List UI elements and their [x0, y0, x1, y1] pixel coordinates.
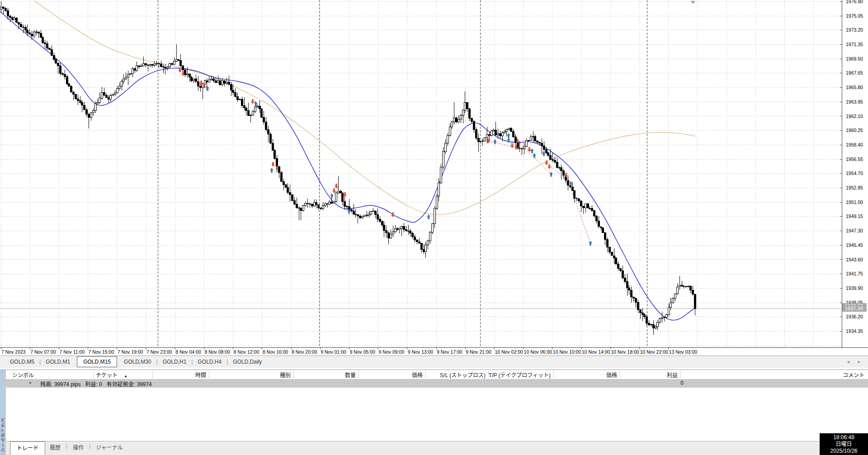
svg-text:1971.35: 1971.35	[846, 42, 863, 47]
svg-text:1956.55: 1956.55	[846, 156, 863, 162]
sell-arrow-icon	[343, 192, 347, 197]
svg-text:7 Nov 15:00: 7 Nov 15:00	[89, 349, 114, 355]
svg-text:1934.35: 1934.35	[846, 328, 863, 334]
svg-text:7 Nov 19:00: 7 Nov 19:00	[118, 349, 143, 355]
sell-arrow-icon	[510, 143, 514, 148]
svg-text:8 Nov 12:00: 8 Nov 12:00	[234, 349, 259, 355]
svg-text:1967.65: 1967.65	[846, 70, 863, 76]
column-divider[interactable]	[680, 370, 681, 378]
svg-text:8 Nov 16:00: 8 Nov 16:00	[263, 349, 288, 355]
chart-tab-gold-m1[interactable]: GOLD,M1	[41, 358, 75, 366]
tab-scroll-right-icon[interactable]: ►	[857, 360, 861, 364]
buy-arrow-icon	[589, 241, 592, 246]
svg-text:1945.45: 1945.45	[846, 242, 863, 248]
toolbox-tab-2[interactable]: 操作	[68, 441, 88, 453]
svg-text:9 Nov 21:00: 9 Nov 21:00	[466, 349, 491, 355]
buy-arrow-icon	[330, 194, 334, 199]
svg-text:9 Nov 17:00: 9 Nov 17:00	[437, 349, 462, 355]
buy-arrow-icon	[507, 133, 510, 138]
sell-arrow-icon	[251, 99, 255, 104]
balance-profit-value: 0	[630, 380, 684, 386]
buy-arrow-icon	[493, 139, 497, 144]
balance-bullet-icon: •	[29, 380, 31, 385]
svg-text:10 Nov 18:00: 10 Nov 18:00	[611, 349, 639, 355]
svg-text:1952.85: 1952.85	[846, 185, 863, 190]
buy-arrow-icon	[206, 86, 209, 91]
toolbox-tab-0[interactable]: トレード	[10, 441, 45, 455]
tab-scroll-left-icon[interactable]: ◄	[846, 360, 850, 364]
svg-text:10 Nov 14:00: 10 Nov 14:00	[582, 349, 610, 355]
toolbox-tab-1[interactable]: 履歴	[45, 441, 65, 453]
trade-list-area[interactable]	[6, 388, 868, 441]
toolbox-tab-3[interactable]: ジャーナル	[91, 441, 127, 453]
trade-history-lines	[180, 70, 590, 243]
svg-text:7 Nov 11:00: 7 Nov 11:00	[59, 349, 85, 355]
chart-tab-gold-h1[interactable]: GOLD,H1	[158, 358, 191, 366]
svg-text:10 Nov 06:00: 10 Nov 06:00	[524, 349, 552, 355]
column-header-jp[interactable]: 価格	[350, 371, 423, 379]
svg-text:8 Nov 08:00: 8 Nov 08:00	[204, 349, 230, 355]
svg-text:1951.00: 1951.00	[846, 199, 863, 205]
svg-text:8 Nov 20:00: 8 Nov 20:00	[292, 349, 317, 355]
column-divider[interactable]	[209, 370, 209, 378]
toolbox-side-strip: ツールボックス	[0, 370, 6, 455]
column-header-SL[interactable]: S/L (ストップロス)	[413, 371, 486, 379]
chart-tab-gold-m30[interactable]: GOLD,M30	[119, 358, 156, 366]
column-header-jp[interactable]: 時間	[134, 371, 206, 379]
svg-text:1943.60: 1943.60	[846, 257, 863, 262]
status-clock: 18:06:48 日曜日 2025/10/26	[820, 433, 868, 455]
svg-text:1969.50: 1969.50	[846, 56, 863, 62]
column-header-jp[interactable]: 種別	[218, 371, 291, 379]
svg-text:7 Nov 23:00: 7 Nov 23:00	[146, 349, 172, 355]
svg-text:1958.40: 1958.40	[846, 142, 863, 147]
chart-tab-gold-daily[interactable]: GOLD,Daily	[228, 358, 266, 366]
buy-arrow-icon	[254, 102, 258, 107]
balance-text: 残高: 39974 pips 利益: 0 有効証拠金: 39974	[40, 380, 152, 388]
svg-text:1976.90: 1976.90	[846, 0, 863, 4]
svg-text:9 Nov 09:00: 9 Nov 09:00	[379, 349, 405, 355]
svg-text:1947.30: 1947.30	[846, 228, 863, 233]
column-header-jp[interactable]: コメント	[792, 371, 864, 379]
sort-asc-icon: ▲	[124, 374, 127, 378]
svg-text:10 Nov 22:00: 10 Nov 22:00	[640, 349, 668, 355]
price-chart[interactable]: 1976.901975.051973.201971.351969.501967.…	[0, 0, 868, 355]
buy-arrow-icon	[427, 214, 430, 219]
sell-arrow-icon	[547, 164, 551, 169]
chart-tab-gold-m15[interactable]: GOLD,M15	[77, 356, 117, 367]
candlesticks	[0, 1, 696, 335]
chart-tab-gold-m5[interactable]: GOLD,M5	[5, 358, 39, 366]
svg-text:9 Nov 05:00: 9 Nov 05:00	[349, 349, 375, 355]
svg-text:10 Nov 10:00: 10 Nov 10:00	[553, 349, 581, 355]
tab-separator: |	[88, 441, 91, 449]
svg-text:9 Nov 13:00: 9 Nov 13:00	[408, 349, 434, 355]
svg-text:13 Nov 03:00: 13 Nov 03:00	[669, 349, 698, 355]
column-header-jp[interactable]: 数量	[283, 371, 356, 379]
tab-separator: |	[65, 441, 68, 449]
svg-text:1939.90: 1939.90	[846, 285, 863, 291]
svg-text:10 Nov 02:00: 10 Nov 02:00	[495, 349, 523, 355]
svg-text:1973.20: 1973.20	[846, 27, 863, 33]
svg-text:1941.75: 1941.75	[846, 271, 863, 276]
mt5-window: 1976.901975.051973.201971.351969.501967.…	[0, 0, 868, 455]
svg-text:1963.95: 1963.95	[846, 99, 863, 104]
column-header-jp[interactable]: チケット▲	[96, 371, 127, 379]
column-divider[interactable]	[94, 370, 94, 378]
column-header-TP[interactable]: T/P (テイクプロフィット)	[478, 371, 551, 379]
svg-text:1960.25: 1960.25	[846, 128, 863, 133]
svg-text:1954.70: 1954.70	[846, 171, 863, 176]
buy-arrow-icon	[533, 153, 536, 158]
clock-weekday: 日曜日	[820, 441, 868, 448]
column-header-jp[interactable]: シンボル	[12, 371, 34, 379]
svg-text:1962.10: 1962.10	[846, 114, 863, 119]
clock-date: 2025/10/26	[820, 448, 868, 455]
toolbox-header-row: シンボルチケット▲時間種別数量価格S/L (ストップロス)T/P (テイクプロフ…	[6, 370, 868, 379]
grid-lines	[0, 0, 842, 347]
trade-arrow-markers	[178, 68, 592, 246]
svg-text:1949.15: 1949.15	[846, 213, 863, 219]
column-header-jp[interactable]: 利益	[605, 371, 678, 379]
chart-tab-bar: GOLD,M5|GOLD,M1GOLD,M15GOLD,M30|GOLD,H1|…	[0, 355, 868, 368]
chart-tab-gold-h4[interactable]: GOLD,H4	[193, 358, 226, 366]
svg-text:7 Nov 07:00: 7 Nov 07:00	[30, 349, 56, 355]
chart-shift-marker-icon[interactable]	[691, 1, 695, 4]
balance-row[interactable]: • 残高: 39974 pips 利益: 0 有効証拠金: 39974 0	[6, 379, 868, 388]
